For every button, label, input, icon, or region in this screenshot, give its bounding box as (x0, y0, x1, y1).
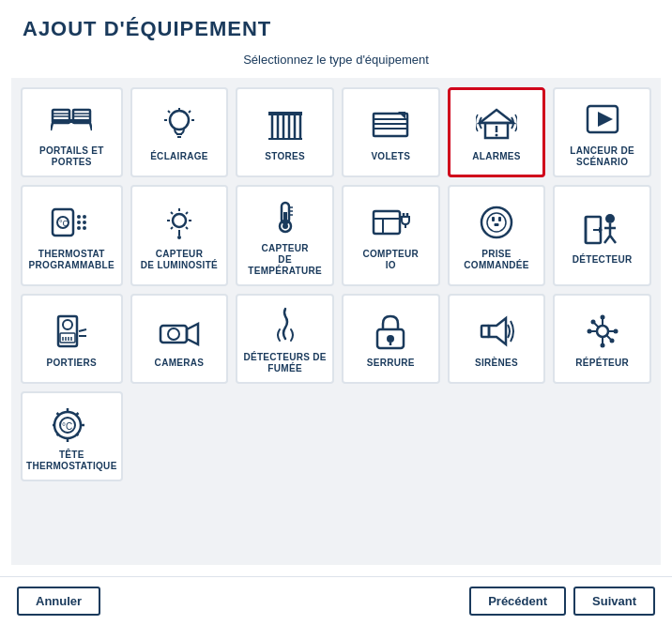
repeteur-icon (582, 311, 623, 352)
cell-stores[interactable]: STORES (236, 87, 334, 177)
svg-point-104 (613, 329, 618, 334)
svg-point-92 (387, 335, 394, 343)
repeteur-label: RÉPÉTEUR (575, 358, 629, 369)
cell-portiers[interactable]: PORTIERS (21, 294, 123, 384)
svg-line-118 (77, 413, 79, 415)
svg-point-59 (283, 223, 288, 229)
page-title: AJOUT D'ÉQUIPEMENT (0, 0, 672, 53)
svg-rect-17 (268, 112, 302, 115)
prise-commandee-icon (476, 202, 517, 243)
svg-rect-63 (374, 211, 400, 234)
detecteur-icon (582, 207, 623, 249)
sirenes-icon (476, 311, 517, 352)
portiers-label: PORTIERS (47, 358, 98, 369)
svg-marker-29 (398, 112, 405, 119)
portails-portes-label: PORTAILS ETPORTES (39, 145, 104, 168)
cell-cameras[interactable]: CAMERAS (130, 294, 229, 384)
cell-repeteur[interactable]: RÉPÉTEUR (553, 294, 651, 384)
cancel-button[interactable]: Annuler (17, 587, 100, 616)
grid-area: PORTAILS ETPORTES (11, 78, 661, 565)
svg-rect-73 (494, 223, 498, 226)
cell-capteur-luminosite[interactable]: CAPTEURDE LUMINOSITÉ (130, 185, 229, 286)
svg-rect-95 (481, 326, 489, 337)
nav-buttons: Précédent Suivant (469, 587, 655, 616)
cell-alarmes[interactable]: ALARMES (448, 87, 546, 177)
svg-line-105 (594, 324, 598, 328)
cell-tete-thermostatique[interactable]: °C TÊTETHERMOSTATIQUE (21, 391, 123, 481)
svg-line-13 (168, 111, 170, 113)
sirenes-label: SIRÈNES (475, 358, 518, 369)
prise-commandee-label: PRISECOMMANDÉE (464, 249, 528, 271)
svg-point-80 (63, 320, 72, 329)
alarmes-label: ALARMES (472, 151, 521, 162)
svg-rect-71 (492, 217, 495, 221)
svg-point-89 (168, 328, 179, 340)
portails-portes-icon (51, 99, 92, 140)
serrure-label: SERRURE (367, 358, 415, 369)
svg-point-39 (77, 215, 81, 219)
volets-label: VOLETS (371, 151, 410, 162)
cell-eclairage[interactable]: ÉCLAIRAGE (130, 87, 229, 177)
volets-icon (370, 104, 411, 145)
detecteurs-fumee-icon (265, 305, 306, 346)
cell-capteur-temperature[interactable]: CAPTEURDE TEMPÉRATURE (236, 185, 334, 286)
capteur-temperature-label: CAPTEURDE TEMPÉRATURE (241, 243, 328, 277)
next-button[interactable]: Suivant (573, 587, 655, 616)
svg-line-50 (171, 212, 173, 214)
svg-point-45 (173, 214, 186, 227)
subtitle: Sélectionnez le type d'équipement (0, 53, 672, 67)
prev-button[interactable]: Précédent (469, 587, 566, 616)
svg-point-108 (609, 339, 614, 343)
svg-line-116 (57, 413, 59, 415)
svg-text:°C: °C (59, 219, 69, 228)
svg-point-70 (487, 213, 506, 232)
svg-marker-94 (489, 318, 506, 344)
svg-line-51 (186, 227, 188, 229)
serrure-icon (370, 311, 411, 352)
capteur-luminosite-icon (159, 202, 200, 243)
svg-point-102 (587, 329, 591, 334)
svg-point-44 (83, 226, 86, 230)
thermostat-label: THERMOSTATPROGRAMMABLE (29, 249, 115, 271)
svg-line-86 (79, 329, 86, 331)
cell-thermostat[interactable]: °C THERMOSTATPROGRAMMABLE (21, 185, 123, 286)
svg-line-4 (90, 123, 92, 130)
cell-sirenes[interactable]: SIRÈNES (448, 294, 546, 384)
svg-point-41 (77, 221, 81, 224)
svg-line-119 (57, 434, 59, 435)
svg-line-52 (186, 212, 188, 214)
portiers-icon (51, 311, 92, 352)
cameras-label: CAMERAS (155, 358, 205, 369)
cell-detecteur[interactable]: DÉTECTEUR (553, 185, 651, 286)
stores-icon (265, 104, 306, 145)
svg-text:°C: °C (62, 421, 72, 432)
stores-label: STORES (265, 151, 305, 162)
svg-point-40 (83, 215, 86, 219)
eclairage-icon (159, 104, 200, 145)
svg-point-43 (77, 226, 81, 230)
cell-lanceur-scenario[interactable]: LANCEUR DESCÉNARIO (553, 87, 651, 177)
cell-serrure[interactable]: SERRURE (342, 294, 440, 384)
svg-line-3 (51, 123, 53, 130)
svg-rect-72 (498, 217, 501, 221)
compteur-io-icon (370, 202, 411, 243)
svg-rect-24 (268, 138, 302, 140)
footer: Annuler Précédent Suivant (0, 576, 672, 625)
cell-prise-commandee[interactable]: PRISECOMMANDÉE (448, 185, 546, 286)
svg-point-9 (170, 111, 189, 130)
svg-point-100 (600, 343, 604, 348)
cell-compteur-io[interactable]: COMPTEURIO (342, 185, 440, 286)
svg-point-96 (597, 326, 608, 337)
svg-point-74 (605, 214, 615, 223)
svg-line-14 (189, 111, 191, 113)
alarmes-icon (476, 104, 517, 145)
compteur-io-label: COMPTEURIO (362, 249, 419, 271)
equipment-grid: PORTAILS ETPORTES (21, 87, 651, 481)
detecteurs-fumee-label: DÉTECTEURS DEFUMÉE (243, 352, 326, 374)
svg-point-98 (600, 315, 604, 320)
svg-point-106 (590, 320, 595, 325)
cell-detecteurs-fumee[interactable]: DÉTECTEURS DEFUMÉE (236, 294, 334, 384)
eclairage-label: ÉCLAIRAGE (150, 151, 208, 162)
cell-portails-portes[interactable]: PORTAILS ETPORTES (21, 87, 123, 177)
cell-volets[interactable]: VOLETS (342, 87, 440, 177)
